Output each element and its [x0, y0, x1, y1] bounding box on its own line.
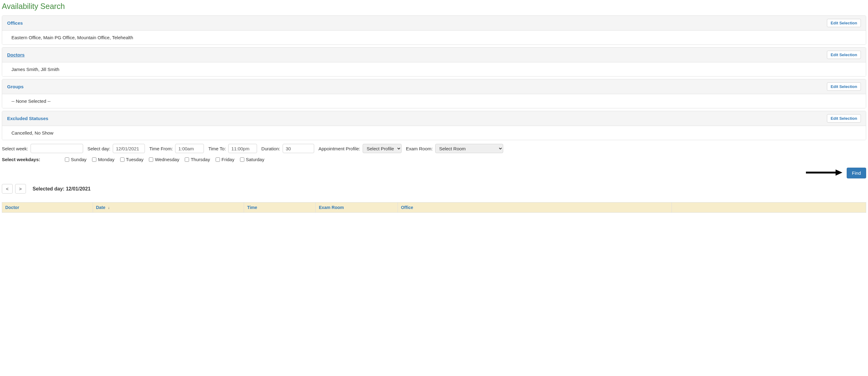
find-row: Find [2, 168, 866, 178]
doctors-panel: Doctors Edit Selection James Smith, Jill… [2, 47, 866, 76]
selected-day-value: 12/01/2021 [66, 186, 91, 192]
col-action-header [672, 203, 866, 213]
offices-panel: Offices Edit Selection Eastern Office, M… [2, 15, 866, 45]
groups-panel-header: Groups Edit Selection [2, 79, 866, 94]
weekday-tuesday-label: Tuesday [126, 157, 144, 162]
col-office-label: Office [401, 205, 413, 210]
select-day-label: Select day: [87, 146, 110, 151]
weekday-saturday-label: Saturday [246, 157, 265, 162]
weekday-friday-label: Friday [221, 157, 235, 162]
duration-label: Duration: [261, 146, 280, 151]
groups-panel-body: -- None Selected -- [2, 94, 866, 108]
next-day-button[interactable]: > [15, 184, 26, 194]
prev-day-button[interactable]: < [2, 184, 13, 194]
select-week-input[interactable] [31, 144, 83, 153]
offices-panel-header: Offices Edit Selection [2, 16, 866, 31]
weekdays-row: Select weekdays: Sunday Monday Tuesday W… [2, 157, 866, 162]
weekday-monday[interactable]: Monday [92, 157, 114, 162]
col-exam-label: Exam Room [319, 205, 344, 210]
find-button[interactable]: Find [847, 168, 866, 178]
select-day-input[interactable] [113, 144, 145, 153]
filter-row: Select week: Select day: Time From: Time… [2, 144, 866, 153]
col-date-label: Date [96, 205, 105, 210]
weekday-wednesday-checkbox[interactable] [149, 158, 153, 162]
select-week-label: Select week: [2, 146, 28, 151]
col-office-header[interactable]: Office [398, 203, 672, 213]
edit-groups-button[interactable]: Edit Selection [827, 82, 861, 91]
time-to-input[interactable] [228, 144, 257, 153]
col-time-label: Time [247, 205, 257, 210]
weekday-tuesday[interactable]: Tuesday [120, 157, 144, 162]
day-nav-row: < > Selected day: 12/01/2021 [2, 184, 866, 194]
weekday-wednesday[interactable]: Wednesday [149, 157, 179, 162]
edit-excluded-button[interactable]: Edit Selection [827, 114, 861, 123]
doctors-panel-title[interactable]: Doctors [7, 52, 25, 58]
exam-room-label: Exam Room: [406, 146, 433, 151]
col-time-header[interactable]: Time [244, 203, 316, 213]
weekday-monday-label: Monday [98, 157, 114, 162]
results-table: Doctor Date ↓ Time Exam Room Office [2, 202, 866, 213]
col-exam-header[interactable]: Exam Room [316, 203, 398, 213]
page-title: Availability Search [2, 2, 866, 11]
excluded-panel-header: Excluded Statuses Edit Selection [2, 111, 866, 126]
weekday-saturday-checkbox[interactable] [240, 158, 244, 162]
weekday-sunday-checkbox[interactable] [65, 158, 69, 162]
appt-profile-select[interactable]: Select Profile [363, 144, 402, 153]
doctors-panel-body: James Smith, Jill Smith [2, 62, 866, 76]
time-from-input[interactable] [175, 144, 204, 153]
groups-panel-title[interactable]: Groups [7, 84, 24, 89]
col-date-header[interactable]: Date ↓ [93, 203, 244, 213]
arrow-annotation-icon [806, 169, 842, 177]
duration-input[interactable] [283, 144, 314, 153]
time-to-label: Time To: [208, 146, 226, 151]
groups-panel: Groups Edit Selection -- None Selected -… [2, 79, 866, 108]
selected-day-label: Selected day: [33, 186, 66, 192]
weekday-thursday[interactable]: Thursday [185, 157, 210, 162]
weekday-saturday[interactable]: Saturday [240, 157, 265, 162]
sort-down-icon: ↓ [108, 206, 110, 210]
appt-profile-label: Appointment Profile: [318, 146, 360, 151]
weekdays-label: Select weekdays: [2, 157, 40, 162]
excluded-panel-body: Cancelled, No Show [2, 126, 866, 140]
weekday-friday[interactable]: Friday [216, 157, 235, 162]
weekday-sunday-label: Sunday [71, 157, 87, 162]
edit-offices-button[interactable]: Edit Selection [827, 19, 861, 27]
offices-panel-title[interactable]: Offices [7, 21, 23, 26]
weekday-friday-checkbox[interactable] [216, 158, 220, 162]
exam-room-select[interactable]: Select Room [435, 144, 503, 153]
weekday-thursday-label: Thursday [191, 157, 210, 162]
results-header-row: Doctor Date ↓ Time Exam Room Office [2, 203, 866, 213]
excluded-panel: Excluded Statuses Edit Selection Cancell… [2, 111, 866, 140]
weekday-wednesday-label: Wednesday [155, 157, 179, 162]
weekday-tuesday-checkbox[interactable] [120, 158, 124, 162]
weekday-sunday[interactable]: Sunday [65, 157, 87, 162]
time-from-label: Time From: [149, 146, 173, 151]
offices-panel-body: Eastern Office, Main PG Office, Mountain… [2, 31, 866, 44]
selected-day-text: Selected day: 12/01/2021 [33, 186, 91, 192]
weekday-thursday-checkbox[interactable] [185, 158, 189, 162]
col-doctor-header[interactable]: Doctor [2, 203, 93, 213]
excluded-panel-title[interactable]: Excluded Statuses [7, 116, 48, 121]
edit-doctors-button[interactable]: Edit Selection [827, 50, 861, 59]
col-doctor-label: Doctor [5, 205, 19, 210]
weekday-monday-checkbox[interactable] [92, 158, 96, 162]
svg-marker-1 [836, 169, 842, 176]
doctors-panel-header: Doctors Edit Selection [2, 47, 866, 62]
